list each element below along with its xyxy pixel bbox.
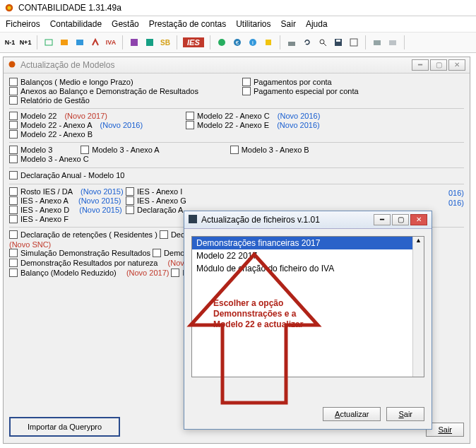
tool-icon-7[interactable] — [216, 37, 227, 48]
tool-icon-8[interactable]: € — [232, 37, 243, 48]
refresh-icon[interactable] — [302, 37, 313, 48]
menu-prestacao[interactable]: Prestação de contas — [149, 19, 226, 29]
chk-ies-i[interactable]: IES - Anexo I — [126, 187, 189, 196]
save-icon[interactable] — [333, 37, 344, 48]
tool-sb-icon[interactable]: SB — [160, 37, 171, 48]
chk-m3[interactable]: Modelo 3 — [9, 146, 52, 154]
dialog-title: Actualização de ficheiros v.1.01 — [201, 215, 320, 225]
chk-ies-a[interactable]: IES - Anexo A (Novo 2015) — [9, 196, 126, 205]
chk-label: Modelo 22 - Anexo B — [20, 130, 93, 138]
app-title: CONTABILIDADE 1.31.49a — [18, 3, 121, 13]
tool-icon-5[interactable] — [129, 37, 140, 48]
nminus-button[interactable]: N-1 — [4, 37, 16, 48]
svg-rect-18 — [350, 39, 357, 46]
chk-label: Anexos ao Balanço e Demonstração de Resu… — [20, 87, 198, 95]
note-016-1: 016) — [189, 189, 464, 197]
chk-dr-nat[interactable]: Demonstração Resultados por natureza (No… — [9, 259, 189, 267]
chk-label: Balanços ( Medio e longo Prazo) — [20, 78, 133, 86]
dialog-maximize-button[interactable]: ▢ — [392, 214, 409, 225]
ies-badge[interactable]: IES — [183, 37, 204, 47]
chk-label: Modelo 22 - Anexo C — [197, 112, 270, 120]
btn-rest: air — [404, 410, 412, 418]
chk-m22c[interactable]: Modelo 22 - Anexo C (Novo 2016) — [186, 112, 320, 120]
tool-icon-11[interactable] — [286, 37, 297, 48]
chk-ies-d[interactable]: IES - Anexo D (Novo 2015) — [9, 206, 126, 214]
note: (Novo 2015) — [81, 187, 124, 196]
files-listbox[interactable]: Demonstrações financeiras 2017 Modelo 22… — [191, 236, 424, 377]
chk-m22e[interactable]: Modelo 22 - Anexo E (Novo 2016) — [186, 121, 320, 129]
tool-icon-4[interactable] — [90, 37, 101, 48]
chk-pag-conta[interactable]: Pagamentos por conta — [242, 78, 464, 86]
scroll-up-icon[interactable]: ▲ — [413, 237, 424, 244]
chk-ies-f[interactable]: IES - Anexo F — [9, 215, 126, 223]
chk-pag-especial[interactable]: Pagamento especial por conta — [242, 87, 464, 95]
svg-rect-19 — [374, 40, 381, 45]
separator — [280, 35, 280, 49]
svg-rect-5 — [131, 39, 138, 46]
chk-anexos[interactable]: Anexos ao Balanço e Demonstração de Resu… — [9, 87, 242, 95]
chk-label: Simulação Demonstração Resultados — [20, 249, 150, 257]
tool-icon-2[interactable] — [59, 37, 70, 48]
svg-text:i: i — [252, 40, 254, 46]
maximize-button[interactable]: ▢ — [430, 59, 447, 71]
svg-rect-4 — [76, 40, 83, 45]
chk-m22[interactable]: Modelo 22 (Novo 2017) — [9, 112, 186, 120]
chk-sim-dr[interactable]: Simulação Demonstração Resultados — [9, 249, 150, 257]
info-icon[interactable]: i — [247, 37, 258, 48]
separator — [404, 35, 405, 49]
chk-balancos[interactable]: Balanços ( Medio e longo Prazo) — [9, 78, 242, 86]
tool-icon-16[interactable] — [371, 37, 383, 48]
chk-label: Declaração A — [137, 206, 183, 214]
list-item[interactable]: Módulo de criação do ficheiro do IVA — [192, 262, 424, 275]
tool-icon-6[interactable] — [144, 37, 155, 48]
chk-m3b[interactable]: Modelo 3 - Anexo B — [230, 146, 309, 154]
menu-contabilidade[interactable]: Contabilidade — [50, 19, 102, 29]
tool-icon-3[interactable] — [74, 37, 85, 48]
menu-sair[interactable]: Sair — [281, 19, 296, 29]
chk-label: IES - Anexo A — [20, 196, 69, 205]
chk-bal-red[interactable]: Balanço (Modelo Reduzido) (Novo 2017) — [9, 269, 169, 277]
menu-utilitarios[interactable]: Utilitarios — [236, 19, 270, 29]
import-querypro-button[interactable]: Importar da Querypro — [9, 417, 120, 437]
menu-ficheiros[interactable]: Ficheiros — [6, 19, 40, 29]
iva-label[interactable]: IVA — [105, 37, 117, 48]
menu-ajuda[interactable]: Ajuda — [306, 19, 328, 29]
nplus-button[interactable]: N+1 — [20, 37, 31, 48]
dialog-close-button[interactable]: ✕ — [410, 214, 427, 225]
svg-rect-17 — [336, 40, 340, 42]
tool-icon-1[interactable] — [43, 37, 54, 48]
chk-label: Modelo 3 - Anexo C — [20, 155, 89, 163]
actualizar-button[interactable]: Actualizar — [323, 407, 381, 421]
close-button[interactable]: ✕ — [448, 59, 465, 71]
search-icon[interactable] — [317, 37, 328, 48]
chk-decl-a[interactable]: Declaração A — [126, 206, 189, 214]
note: (Novo 2015) — [79, 206, 122, 214]
dialog-minimize-button[interactable]: ━ — [374, 214, 391, 225]
svg-rect-2 — [45, 40, 52, 45]
chk-decl10[interactable]: Declaração Anual - Modelo 10 — [9, 171, 124, 179]
dialog-sair-button[interactable]: Sair — [386, 407, 424, 421]
chk-m22a[interactable]: Modelo 22 - Anexo A (Novo 2016) — [9, 121, 186, 129]
tool-icon-15[interactable] — [348, 37, 359, 48]
separator — [37, 35, 37, 49]
note-016-2: 016) — [189, 199, 464, 207]
modelos-title: Actualização de Modelos — [20, 60, 114, 70]
tool-icon-10[interactable] — [263, 37, 274, 48]
chk-ret-res[interactable]: Declaração de retenções ( Residentes ) — [9, 230, 157, 239]
separator — [365, 35, 366, 49]
chk-m3c[interactable]: Modelo 3 - Anexo C — [9, 155, 89, 163]
menu-gestao[interactable]: Gestão — [112, 19, 139, 29]
svg-rect-12 — [266, 40, 271, 45]
svg-point-7 — [218, 39, 225, 46]
note: (Novo 2016) — [100, 121, 143, 129]
chk-ies-rosto[interactable]: Rosto IES / DA (Novo 2015) — [9, 187, 126, 196]
chk-relatorio[interactable]: Relatório de Gestão — [9, 96, 242, 105]
minimize-button[interactable]: ━ — [412, 59, 429, 71]
list-item[interactable]: Demonstrações financeiras 2017 — [192, 237, 424, 249]
chk-m22b[interactable]: Modelo 22 - Anexo B — [9, 130, 186, 138]
chk-m3a[interactable]: Modelo 3 - Anexo A — [81, 146, 159, 154]
tool-icon-17[interactable] — [387, 37, 398, 48]
list-item[interactable]: Modelo 22 2017 — [192, 249, 424, 262]
chk-label: Modelo 3 — [20, 146, 52, 154]
chk-ies-g[interactable]: IES - Anexo G — [126, 196, 189, 205]
